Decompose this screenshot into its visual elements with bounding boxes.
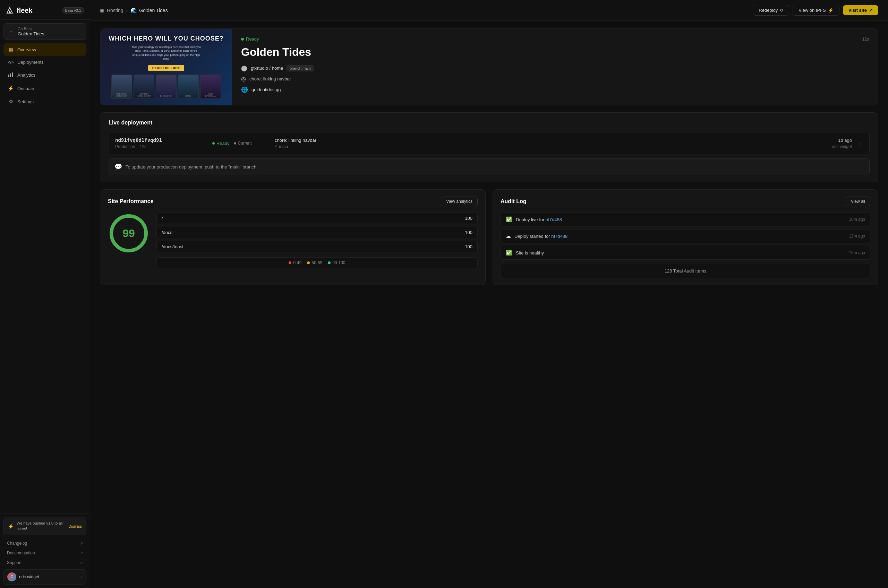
- user-row[interactable]: E eric-widget ›: [3, 569, 86, 585]
- route-path: /docs: [162, 230, 173, 235]
- ready-badge: Ready: [212, 141, 230, 146]
- fleek-logo-icon: [6, 6, 14, 15]
- audit-log-title: Audit Log: [500, 198, 527, 204]
- route-score: 100: [465, 216, 472, 221]
- breadcrumb: ▣ Hosting › 🌊 Golden Tides: [100, 7, 168, 14]
- view-ipfs-button[interactable]: View on IPFS ⚡: [793, 5, 840, 16]
- audit-message: Site is healthy: [516, 250, 845, 255]
- route-score: 100: [465, 244, 472, 249]
- go-back-button[interactable]: ← Go Back Golden Tides: [3, 23, 86, 40]
- performance-content: 99 / 100 /docs 100: [108, 213, 478, 268]
- sidebar-item-overview[interactable]: ▦ Overview: [3, 44, 86, 56]
- score-number: 99: [122, 227, 135, 240]
- char-1: HARRISONHARDINER: [111, 75, 132, 99]
- sidebar-item-onchain[interactable]: ⚡ Onchain: [3, 82, 86, 94]
- status-badge: Ready: [241, 36, 259, 42]
- sidebar-item-analytics[interactable]: Analytics: [3, 69, 86, 81]
- hero-cta: READ THE LORE: [148, 65, 184, 71]
- deploy-started-icon: ☁: [506, 233, 511, 239]
- breadcrumb-current: 🌊 Golden Tides: [131, 7, 168, 14]
- legend-item-mid: 50-89: [307, 260, 322, 265]
- build-time: 12s: [862, 37, 869, 42]
- hosting-icon: ▣: [100, 8, 104, 13]
- branch-icon: ⑂: [275, 144, 277, 149]
- site-performance-panel: Site Performance View analytics 99: [100, 189, 485, 285]
- back-arrow-icon: ←: [9, 28, 14, 34]
- chat-icon: 💬: [114, 163, 122, 171]
- deploy-env: Production 12s: [115, 144, 212, 149]
- domain-name: goldentides.gg: [251, 87, 281, 92]
- breadcrumb-separator: ›: [126, 8, 128, 13]
- info-text: To update your production deployment, pu…: [126, 164, 258, 170]
- route-path: /docs/toast: [162, 244, 183, 249]
- performance-header: Site Performance View analytics: [108, 196, 478, 206]
- external-link-icon: ↗: [80, 561, 83, 565]
- refresh-icon: ↻: [780, 8, 783, 13]
- deployments-icon: </>: [8, 60, 14, 65]
- visit-site-button[interactable]: Visit site ↗: [843, 5, 878, 15]
- hero-title: WHICH HERO WILL YOU CHOOSE?: [108, 35, 223, 42]
- bottom-panels: Site Performance View analytics 99: [100, 189, 878, 285]
- route-path: /: [162, 216, 163, 221]
- deploy-left: nd91fvq0d1fvqd91 Production 12s: [115, 137, 212, 149]
- redeploy-button[interactable]: Redeploy ↻: [753, 5, 789, 16]
- topbar-actions: Redeploy ↻ View on IPFS ⚡ Visit site ↗: [753, 5, 878, 16]
- preview-image: WHICH HERO WILL YOU CHOOSE? Take your st…: [100, 29, 232, 105]
- hero-subtitle: Take your strategy by selecting a hero r…: [131, 45, 201, 61]
- sidebar-item-settings[interactable]: ⚙ Settings: [3, 95, 86, 108]
- sidebar-item-deployments[interactable]: </> Deployments: [3, 57, 86, 68]
- deploy-time-ago: 1d ago: [796, 138, 852, 143]
- live-deployment-card: Live deployment nd91fvq0d1fvqd91 Product…: [100, 112, 878, 182]
- svg-rect-2: [8, 75, 9, 77]
- sidebar-header: fleek Beta v0.1: [0, 0, 90, 20]
- analytics-icon: [8, 72, 14, 78]
- notification-icon: ⚡: [8, 524, 14, 529]
- documentation-link[interactable]: Documentation ↗: [3, 549, 86, 558]
- github-icon: ⬤: [241, 65, 247, 71]
- site-preview: WHICH HERO WILL YOU CHOOSE? Take your st…: [100, 29, 232, 105]
- main-content: ▣ Hosting › 🌊 Golden Tides Redeploy ↻ Vi…: [90, 0, 888, 588]
- audit-log-header: Audit Log View all: [500, 196, 870, 206]
- dismiss-button[interactable]: Dismiss: [69, 524, 82, 528]
- char-3: BLACKJACK: [156, 75, 177, 99]
- route-score: 100: [465, 230, 472, 235]
- changelog-link[interactable]: Changelog ↗: [3, 539, 86, 548]
- notification-bar: ⚡ We have pushed v1.0 to all users! Dism…: [3, 517, 86, 535]
- commit-icon: ◎: [241, 76, 246, 82]
- sidebar-item-label: Deployments: [17, 60, 44, 65]
- breadcrumb-hosting: Hosting: [107, 8, 123, 13]
- commit-hash: hf7d488: [551, 234, 568, 239]
- onchain-icon: ⚡: [8, 85, 14, 92]
- sidebar-item-label: Analytics: [17, 72, 35, 78]
- performance-legend: 0-49 50-89 90-100: [156, 257, 478, 268]
- go-back-text: Go Back Golden Tides: [18, 27, 44, 36]
- repo-row: ⬤ gt-studio / home branch:main: [241, 65, 869, 71]
- deploy-user: eric-widget: [796, 144, 852, 149]
- more-options-icon[interactable]: ⋮: [857, 140, 863, 147]
- sidebar-footer: ⚡ We have pushed v1.0 to all users! Dism…: [0, 513, 90, 588]
- info-banner: 💬 To update your production deployment, …: [108, 159, 870, 175]
- char-4: B.U.D.: [178, 75, 199, 99]
- topbar: ▣ Hosting › 🌊 Golden Tides Redeploy ↻ Vi…: [90, 0, 888, 21]
- commit-hash: hf7d488: [545, 217, 562, 222]
- audit-log-panel: Audit Log View all ✅ Deploy live for hf7…: [493, 189, 878, 285]
- total-audit-button[interactable]: 128 Total Audit Items: [500, 264, 870, 278]
- low-score-dot-icon: [288, 261, 291, 264]
- audit-time: 12m ago: [849, 234, 865, 238]
- deploy-middle: chore: linking navbar ⑂ main: [275, 138, 796, 149]
- support-link[interactable]: Support ↗: [3, 558, 86, 567]
- perf-route-item: / 100: [156, 213, 478, 224]
- legend-item-low: 0-49: [288, 260, 301, 265]
- logo-text: fleek: [17, 7, 33, 15]
- view-all-button[interactable]: View all: [846, 196, 870, 206]
- sidebar-item-label: Settings: [17, 99, 34, 104]
- current-badge: Current: [234, 141, 252, 146]
- audit-time: 16m ago: [849, 250, 865, 255]
- live-deployment-title: Live deployment: [108, 120, 870, 126]
- deploy-commit-message: chore: linking navbar: [275, 138, 796, 143]
- view-analytics-button[interactable]: View analytics: [441, 196, 478, 206]
- deploy-branch: ⑂ main: [275, 144, 796, 149]
- project-emoji-icon: 🌊: [131, 7, 137, 14]
- chevron-right-icon: ›: [81, 574, 83, 579]
- site-info: Ready 12s Golden Tides ⬤ gt-studio / hom…: [232, 29, 878, 105]
